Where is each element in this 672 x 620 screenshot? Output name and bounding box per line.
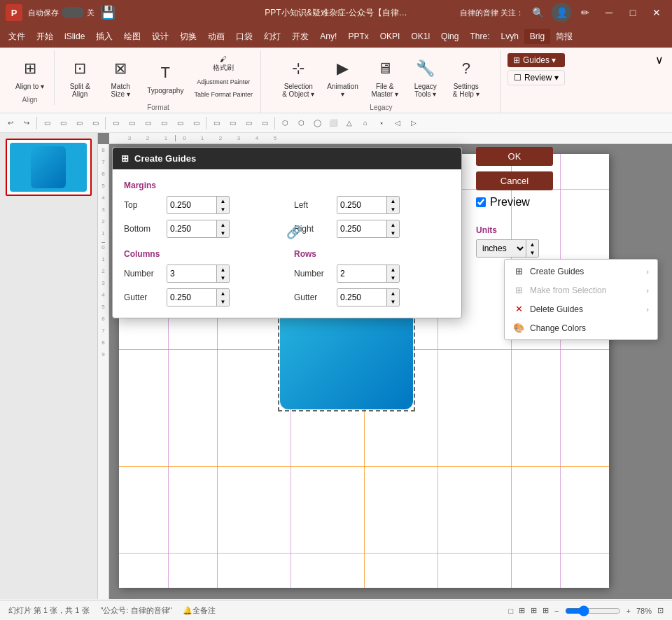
- col-gutter-input[interactable]: [167, 289, 216, 306]
- table-format-painter-button[interactable]: Table Format Painter: [190, 89, 256, 100]
- guides-button[interactable]: ⊞ Guides ▾: [507, 53, 565, 67]
- tb2-btn-9[interactable]: ▭: [172, 115, 188, 131]
- selection-object-button[interactable]: ⊹ Selection& Object ▾: [276, 52, 320, 101]
- maximize-button[interactable]: □: [623, 3, 643, 22]
- top-spinner-down[interactable]: ▼: [216, 205, 229, 213]
- menu-lvyh[interactable]: Lvyh: [495, 29, 524, 44]
- col-gutter-spinner-down[interactable]: ▼: [216, 297, 229, 306]
- bottom-input[interactable]: [167, 220, 216, 237]
- tb2-btn-21[interactable]: ⭑: [374, 115, 389, 131]
- animation-button[interactable]: ▶ Animation▾: [321, 52, 363, 101]
- align-to-button[interactable]: ⊞ Align to ▾: [10, 52, 50, 93]
- row-number-spinner-up[interactable]: ▲: [386, 265, 399, 274]
- menu-design[interactable]: 设计: [146, 28, 174, 45]
- menu-islide[interactable]: iSlide: [59, 29, 90, 44]
- col-number-spinner-down[interactable]: ▼: [216, 274, 229, 282]
- row-number-spinner-down[interactable]: ▼: [386, 274, 399, 282]
- tb2-btn-11[interactable]: ▭: [209, 115, 224, 131]
- search-button[interactable]: 🔍: [528, 3, 547, 22]
- tb2-btn-23[interactable]: ▷: [406, 115, 421, 131]
- slide-thumbnail-1[interactable]: 1: [6, 139, 92, 196]
- settings-help-button[interactable]: ? Settings& Help ▾: [447, 52, 486, 101]
- view-normal-icon[interactable]: □: [508, 607, 513, 615]
- top-input[interactable]: [167, 197, 216, 213]
- file-master-button[interactable]: 🖥 File &Master ▾: [365, 52, 405, 101]
- view-presenter-icon[interactable]: ⊞: [542, 606, 549, 615]
- close-button[interactable]: ✕: [647, 3, 666, 22]
- cancel-button[interactable]: Cancel: [476, 171, 553, 190]
- match-size-button[interactable]: ⊠ MatchSize ▾: [101, 52, 140, 101]
- share-button[interactable]: ✏: [575, 3, 595, 22]
- delete-guides-item[interactable]: ✕ Delete Guides ›: [505, 300, 657, 318]
- accessibility-icon[interactable]: 🔔全备注: [183, 605, 216, 616]
- menu-dev[interactable]: 开发: [286, 28, 314, 45]
- right-input[interactable]: [337, 220, 386, 237]
- zoom-out-button[interactable]: −: [554, 607, 559, 615]
- menu-pptx[interactable]: PPTx: [342, 29, 374, 44]
- menu-qing[interactable]: Qing: [435, 29, 464, 44]
- tb2-btn-10[interactable]: ▭: [188, 115, 204, 131]
- right-spinner-up[interactable]: ▲: [386, 220, 399, 229]
- row-gutter-spinner-down[interactable]: ▼: [386, 297, 399, 306]
- create-guides-item[interactable]: ⊞ Create Guides ›: [505, 262, 657, 281]
- units-spinner-down[interactable]: ▼: [526, 248, 538, 257]
- fit-page-button[interactable]: ⊡: [657, 606, 664, 615]
- legacy-tools-button[interactable]: 🔧 LegacyTools ▾: [406, 52, 445, 101]
- format-painter-button[interactable]: 🖌 格式刷: [190, 53, 256, 75]
- tb2-btn-16[interactable]: ⬡: [293, 115, 309, 131]
- typography-button[interactable]: T Typography: [141, 56, 189, 97]
- menu-okpi[interactable]: OKPI: [374, 29, 406, 44]
- tb2-btn-1[interactable]: ▭: [39, 115, 55, 131]
- view-reading-icon[interactable]: ⊞: [531, 606, 537, 615]
- review-button[interactable]: ☐ Review ▾: [507, 70, 565, 85]
- tb2-btn-22[interactable]: ◁: [390, 115, 405, 131]
- tb2-btn-7[interactable]: ▭: [140, 115, 155, 131]
- bottom-spinner-down[interactable]: ▼: [216, 229, 229, 237]
- make-from-selection-item[interactable]: ⊞ Make from Selection ›: [505, 281, 657, 300]
- units-select[interactable]: inches cm pt: [477, 240, 526, 257]
- bottom-spinner-up[interactable]: ▲: [216, 220, 229, 229]
- menu-brig[interactable]: Brig: [524, 29, 550, 44]
- row-gutter-input[interactable]: [337, 289, 386, 306]
- user-avatar[interactable]: 👤: [552, 3, 571, 22]
- zoom-slider[interactable]: [565, 605, 621, 617]
- tb2-btn-8[interactable]: ▭: [156, 115, 172, 131]
- row-gutter-spinner-up[interactable]: ▲: [386, 289, 399, 297]
- tb2-btn-19[interactable]: △: [342, 115, 357, 131]
- right-spinner-down[interactable]: ▼: [386, 229, 399, 237]
- tb2-btn-14[interactable]: ▭: [257, 115, 272, 131]
- ribbon-expand-button[interactable]: ∨: [652, 50, 666, 69]
- tb2-btn-12[interactable]: ▭: [225, 115, 240, 131]
- menu-draw[interactable]: 绘图: [118, 28, 146, 45]
- left-input[interactable]: [337, 197, 386, 213]
- row-number-input[interactable]: [337, 265, 386, 282]
- redo-button[interactable]: ↪: [19, 115, 34, 131]
- tb2-btn-15[interactable]: ⬡: [277, 115, 293, 131]
- tb2-btn-4[interactable]: ▭: [88, 115, 103, 131]
- change-colors-item[interactable]: 🎨 Change Colors: [505, 318, 657, 337]
- menu-animation[interactable]: 动画: [202, 28, 230, 45]
- link-margins-icon[interactable]: 🔗: [286, 225, 302, 240]
- menu-thre[interactable]: Thre:: [464, 29, 495, 44]
- preview-checkbox[interactable]: [476, 197, 486, 207]
- top-spinner-up[interactable]: ▲: [216, 197, 229, 205]
- menu-transition[interactable]: 切换: [174, 28, 202, 45]
- tb2-btn-18[interactable]: ⬜: [326, 115, 341, 131]
- tb2-btn-5[interactable]: ▭: [108, 115, 123, 131]
- minimize-button[interactable]: ─: [599, 3, 619, 22]
- view-grid-icon[interactable]: ⊞: [519, 606, 525, 615]
- menu-slides[interactable]: 幻灯: [258, 28, 286, 45]
- split-align-button[interactable]: ⊡ Split &Align: [60, 52, 99, 101]
- menu-pocket[interactable]: 口袋: [230, 28, 258, 45]
- col-number-input[interactable]: [167, 265, 216, 282]
- autosave-toggle[interactable]: [62, 7, 84, 18]
- col-number-spinner-up[interactable]: ▲: [216, 265, 229, 274]
- menu-ok1l[interactable]: OK1l: [405, 29, 435, 44]
- units-spinner-up[interactable]: ▲: [526, 240, 538, 248]
- tb2-btn-17[interactable]: ◯: [309, 115, 325, 131]
- menu-jianbao[interactable]: 简报: [550, 28, 578, 45]
- ok-button[interactable]: OK: [476, 147, 553, 166]
- menu-start[interactable]: 开始: [31, 28, 59, 45]
- zoom-in-button[interactable]: +: [626, 607, 631, 615]
- menu-any[interactable]: Any!: [314, 29, 342, 44]
